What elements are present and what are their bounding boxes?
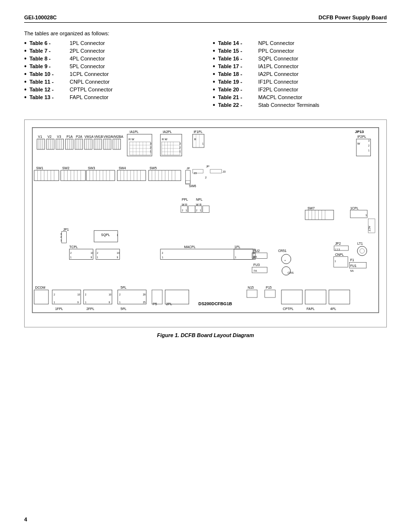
- svg-text:3: 3: [150, 143, 151, 145]
- table-desc: 2PL Connector: [68, 48, 105, 54]
- list-item: •Table 12 - CPTPL Connector: [24, 87, 198, 93]
- table-desc: 1PL Connector: [68, 40, 105, 46]
- table-desc: 4PL Connector: [68, 56, 105, 61]
- svg-text:2: 2: [60, 236, 62, 238]
- table-ref: Table 15 -: [218, 48, 257, 54]
- svg-text:P2A: P2A: [76, 135, 82, 138]
- svg-text:DS200DCFBG1B: DS200DCFBG1B: [198, 301, 232, 306]
- svg-text:P1A: P1A: [66, 135, 73, 138]
- bullet-icon: •: [213, 86, 215, 93]
- list-item: •Table 7 - 2PL Connector: [24, 48, 198, 54]
- list-item: •Table 8 - 4PL Connector: [24, 56, 198, 62]
- svg-text:10: 10: [117, 252, 119, 254]
- svg-text:1: 1: [200, 209, 201, 212]
- table-ref: Table 12 -: [29, 87, 68, 92]
- svg-text:PPL: PPL: [182, 198, 188, 201]
- svg-text:9: 9: [117, 256, 118, 259]
- list-item: •Table 10 - 1CPL Connector: [24, 71, 198, 77]
- svg-text:1: 1: [162, 256, 163, 259]
- svg-text:+: +: [284, 259, 286, 262]
- svg-text:5PL: 5PL: [120, 307, 126, 310]
- svg-text:2: 2: [70, 252, 72, 254]
- list-item: •Table 19 - IF1PL Connector: [213, 79, 387, 85]
- svg-text:JP2: JP2: [335, 242, 341, 245]
- svg-text:P15: P15: [266, 286, 272, 289]
- table-desc: Stab Connector Terminals: [257, 102, 319, 108]
- svg-text:1: 1: [54, 301, 55, 304]
- svg-text:2FPL: 2FPL: [87, 307, 95, 310]
- svg-text:2: 2: [97, 252, 98, 254]
- list-item: •Table 6 - 1PL Connector: [24, 40, 198, 46]
- bullet-icon: •: [24, 40, 27, 46]
- list-item: •Table 18 - IA2PL Connector: [213, 71, 387, 77]
- svg-text:1: 1: [60, 239, 62, 242]
- svg-text:N15: N15: [248, 286, 254, 289]
- table-desc: FAPL Connector: [68, 94, 108, 100]
- table-ref: Table 20 -: [218, 87, 257, 92]
- table-ref: Table 13 -: [29, 94, 68, 100]
- bullet-icon: •: [213, 40, 215, 46]
- svg-text:JP: JP: [206, 165, 209, 168]
- list-item: •Table 16 - SQPL Connector: [213, 56, 387, 62]
- svg-text:10: 10: [91, 252, 94, 254]
- svg-text:1: 1: [186, 209, 187, 212]
- svg-text:1: 1: [335, 260, 336, 263]
- svg-text:5A: 5A: [350, 269, 353, 272]
- svg-text:W  R: W R: [182, 203, 187, 206]
- table-list-right: •Table 14 - NPL Connector•Table 15 - PPL…: [213, 40, 387, 110]
- svg-text:1: 1: [366, 214, 367, 217]
- svg-text:MACPL: MACPL: [184, 245, 196, 249]
- svg-text:NPL: NPL: [196, 198, 203, 201]
- svg-text:1: 1: [368, 149, 370, 152]
- bullet-icon: •: [24, 63, 27, 70]
- svg-text:P5: P5: [153, 302, 157, 306]
- svg-text:W  R: W R: [196, 203, 201, 206]
- list-item: •Table 21 - MACPL Connector: [213, 94, 387, 101]
- svg-text:FU3: FU3: [253, 263, 260, 266]
- svg-text:3: 3: [179, 143, 181, 145]
- table-ref: Table 11 -: [29, 79, 68, 85]
- svg-text:CPTPL: CPTPL: [283, 307, 294, 310]
- table-ref: Table 22 -: [218, 102, 257, 108]
- doc-number: GEI-100028C: [24, 15, 57, 20]
- svg-text:10: 10: [77, 294, 80, 296]
- table-desc: IA2PL Connector: [257, 71, 298, 77]
- svg-text:VM1A: VM1A: [85, 135, 94, 138]
- svg-text:1: 1: [119, 301, 120, 304]
- bullet-icon: •: [213, 102, 215, 108]
- table-desc: CNPL Connector: [68, 79, 110, 85]
- svg-text:TCPL: TCPL: [69, 245, 78, 249]
- table-ref: Table 14 -: [218, 40, 257, 46]
- svg-text:IA1PL: IA1PL: [130, 130, 139, 133]
- svg-text:VM2BA: VM2BA: [112, 135, 124, 138]
- bullet-icon: •: [213, 63, 215, 70]
- table-ref: Table 9 -: [29, 63, 68, 69]
- svg-text:R W: R W: [162, 138, 168, 141]
- table-ref: Table 16 -: [218, 56, 257, 61]
- svg-text:SW4: SW4: [118, 166, 126, 170]
- svg-text:3: 3: [368, 140, 370, 142]
- svg-text:2: 2: [54, 294, 55, 296]
- svg-text:1: 1: [202, 143, 204, 145]
- svg-text:2: 2: [368, 145, 370, 147]
- svg-text:5PL: 5PL: [120, 286, 126, 289]
- svg-text:7A: 7A: [253, 269, 257, 272]
- svg-text:R: R: [194, 138, 196, 141]
- svg-text:JP13: JP13: [355, 130, 364, 134]
- svg-rect-0: [32, 128, 379, 313]
- table-desc: CPTPL Connector: [68, 87, 113, 92]
- svg-text:V3: V3: [57, 135, 61, 138]
- svg-text:IA2PL: IA2PL: [163, 130, 172, 133]
- svg-text:IF2PL: IF2PL: [357, 135, 366, 138]
- board-diagram: V1 V2 V3 P1A P2A: [24, 119, 387, 327]
- table-desc: 1CPL Connector: [68, 71, 109, 77]
- svg-text:JP: JP: [187, 167, 190, 170]
- table-list-left: •Table 6 - 1PL Connector•Table 7 - 2PL C…: [24, 40, 198, 110]
- svg-text:R W: R W: [129, 138, 134, 141]
- svg-text:28: 28: [143, 294, 146, 296]
- svg-text:J3: J3: [222, 170, 226, 173]
- svg-text:VM1B: VM1B: [94, 135, 103, 138]
- bullet-icon: •: [24, 55, 27, 62]
- svg-text:2: 2: [179, 147, 181, 149]
- svg-text:2: 2: [150, 147, 151, 149]
